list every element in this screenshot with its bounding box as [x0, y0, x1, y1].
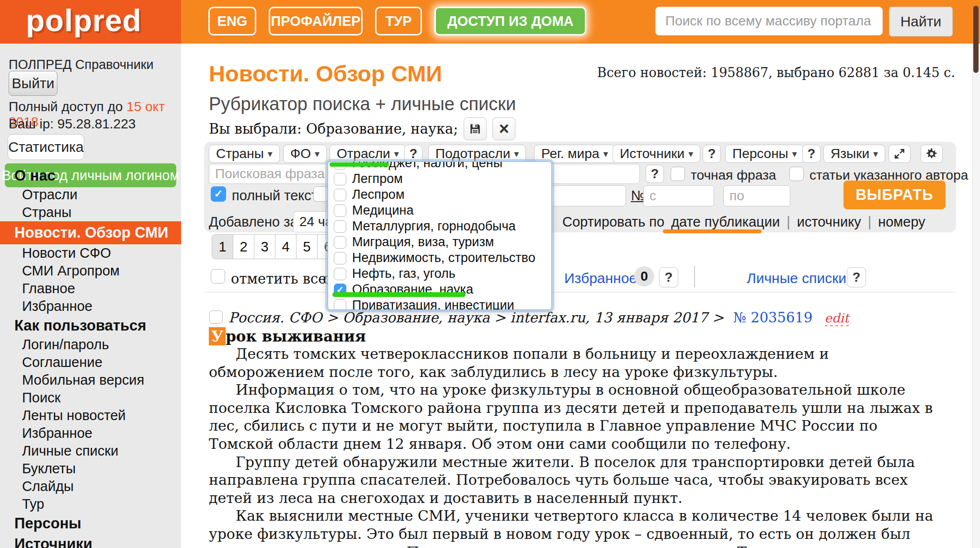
sidebar-item-search[interactable]: Поиск [0, 389, 181, 407]
select-submit-button[interactable]: ВЫБРАТЬ [843, 181, 946, 209]
page-scrollbar-track[interactable] [972, 44, 980, 548]
personal-lists-link[interactable]: Личные списки [747, 270, 846, 286]
checkbox[interactable] [334, 268, 346, 280]
total-news-stats: Всего новостей: 1958867, выбрано 62881 з… [597, 65, 955, 80]
page-button-2[interactable]: 2 [233, 234, 254, 259]
polpred-logo[interactable]: polpred [26, 3, 142, 38]
industry-option-medicine[interactable]: Медицина [328, 203, 551, 218]
global-search-input[interactable] [664, 13, 874, 29]
page-button-1-active[interactable]: 1 [212, 234, 233, 259]
eng-button[interactable]: ENG [208, 7, 256, 35]
favorites-link[interactable]: Избранное [564, 270, 637, 286]
find-button[interactable]: Найти [889, 7, 953, 36]
sources-help-button[interactable]: ? [703, 145, 721, 163]
sidebar-item-media-agroprom[interactable]: СМИ Агропром [0, 262, 181, 280]
sidebar-item-countries[interactable]: Страны [0, 204, 181, 221]
sidebar-item-slides[interactable]: Слайды [0, 478, 181, 495]
profiler-button[interactable]: ПРОФАЙЛЕР [269, 7, 363, 35]
filter-world-regions-button[interactable]: Рег. мира▾ [534, 145, 615, 163]
checkbox[interactable] [334, 299, 346, 310]
edit-link[interactable]: edit [825, 311, 849, 326]
filter-countries-label: Страны [216, 146, 264, 161]
sidebar-item-news-sfo[interactable]: Новости СФО [0, 244, 181, 262]
page-scrollbar-thumb[interactable] [973, 6, 979, 73]
article-select-checkbox[interactable] [209, 310, 223, 324]
sidebar-item-favorites-2[interactable]: Избранное [0, 424, 181, 442]
industry-option-privatization[interactable]: Приватизация, инвестиции [328, 297, 551, 310]
sidebar-item-news-feeds[interactable]: Ленты новостей [0, 407, 181, 424]
sidebar-menu: О нас Отрасли Страны Новости. Обзор СМИ … [0, 165, 181, 548]
sidebar-item-booklets[interactable]: Буклеты [0, 460, 181, 478]
full-text-checkbox[interactable]: ✓ [211, 186, 226, 202]
filter-subindustries-button[interactable]: Подотрасли▾ [428, 145, 526, 163]
sidebar-item-tour[interactable]: Тур [0, 495, 181, 513]
industry-option-oil-gas[interactable]: Нефть, газ, уголь [328, 266, 551, 282]
sidebar-header-about[interactable]: О нас [0, 165, 181, 186]
article-number-link[interactable]: № 2035619 [733, 309, 813, 326]
industry-option-lesprom[interactable]: Леспром [328, 187, 551, 203]
save-selection-button[interactable] [464, 117, 487, 140]
checkbox[interactable] [334, 189, 346, 201]
filter-industries-button[interactable]: Отрасли▾ [330, 145, 406, 163]
home-access-button[interactable]: ДОСТУП ИЗ ДОМА [434, 7, 586, 35]
filter-sources-button[interactable]: Источники▾ [613, 145, 700, 163]
industry-option-realestate[interactable]: Недвижимость, строительство [328, 250, 551, 266]
checkbox[interactable] [334, 205, 346, 217]
page-button-4[interactable]: 4 [275, 234, 296, 259]
phrase-help-button[interactable]: ? [646, 165, 664, 183]
sidebar-item-login-password[interactable]: Логин/пароль [0, 336, 181, 354]
sort-row: Сортировать по дате публикации | источни… [562, 214, 925, 230]
sidebar-item-agreement[interactable]: Соглашение [0, 354, 181, 371]
filter-persons-button[interactable]: Персоны▾ [725, 145, 804, 163]
checkbox[interactable] [334, 252, 346, 264]
chevron-down-icon: ▾ [268, 148, 273, 160]
sidebar-item-main-news[interactable]: Главное [0, 280, 181, 297]
industry-option-metallurgy[interactable]: Металлургия, горнодобыча [328, 218, 551, 234]
industry-option-label: Недвижимость, строительство [352, 251, 536, 265]
checkbox[interactable] [334, 236, 346, 249]
org-title: ПОЛПРЕД Справочники [9, 57, 154, 72]
industries-help-button[interactable]: ? [404, 145, 422, 163]
expand-arrows-icon [893, 148, 906, 160]
persons-help-button[interactable]: ? [802, 145, 820, 163]
expand-panel-button[interactable] [889, 145, 911, 163]
exact-phrase-checkbox[interactable] [671, 167, 685, 181]
settings-button[interactable] [921, 145, 943, 163]
sidebar-item-mobile-version[interactable]: Мобильная версия [0, 371, 181, 389]
polpred-portal: polpred ENG ПРОФАЙЛЕР ТУР ДОСТУП ИЗ ДОМА… [0, 0, 980, 548]
author-articles-checkbox[interactable] [789, 167, 804, 181]
favorites-help-button[interactable]: ? [659, 267, 678, 287]
page-button-3[interactable]: 3 [254, 234, 275, 259]
number-to-input[interactable] [723, 185, 790, 206]
sort-by-date-link[interactable]: дате публикации [671, 214, 780, 230]
industry-option-migration[interactable]: Миграция, виза, туризм [328, 234, 551, 250]
sidebar-item-news-media-review-active[interactable]: Новости. Обзор СМИ [0, 221, 181, 244]
number-from-input[interactable] [643, 185, 714, 206]
page-button-5[interactable]: 5 [296, 234, 318, 259]
filter-countries-button[interactable]: Страны▾ [209, 145, 280, 163]
article-paragraph: Десять томских четвероклассников попали … [209, 345, 941, 381]
sidebar-item-personal-lists[interactable]: Личные списки [0, 442, 181, 460]
sidebar-header-sources[interactable]: Источники [0, 534, 181, 548]
chevron-down-icon: ▾ [603, 148, 608, 160]
selected-filters-label: Вы выбрали: Образование, наука; [209, 121, 458, 137]
sidebar-item-favorites[interactable]: Избранное [0, 297, 181, 315]
filter-languages-button[interactable]: Языки▾ [823, 145, 885, 163]
sidebar-header-persons[interactable]: Персоны [0, 513, 181, 534]
sidebar-header-how-to-use[interactable]: Как пользоваться [0, 315, 181, 336]
sort-by-number-link[interactable]: номеру [878, 214, 925, 230]
personal-lists-help-button[interactable]: ? [847, 267, 866, 287]
checkbox[interactable] [334, 220, 346, 233]
tour-button[interactable]: ТУР [375, 7, 422, 35]
sort-by-source-link[interactable]: источнику [797, 214, 861, 230]
mark-all-checkbox[interactable] [211, 269, 225, 284]
hidden-option-checkbox[interactable] [313, 186, 329, 202]
sidebar-item-industries[interactable]: Отрасли [0, 186, 181, 204]
statistics-button[interactable]: Статистика [8, 134, 84, 160]
industry-option-legprom[interactable]: Легпром [328, 171, 551, 187]
logout-button[interactable]: Выйти [9, 71, 57, 96]
clear-selection-button[interactable]: × [492, 117, 515, 140]
filter-fo-button[interactable]: ФО▾ [283, 145, 327, 163]
checkbox[interactable] [334, 173, 346, 185]
mark-all-label: отметить все [231, 271, 326, 287]
